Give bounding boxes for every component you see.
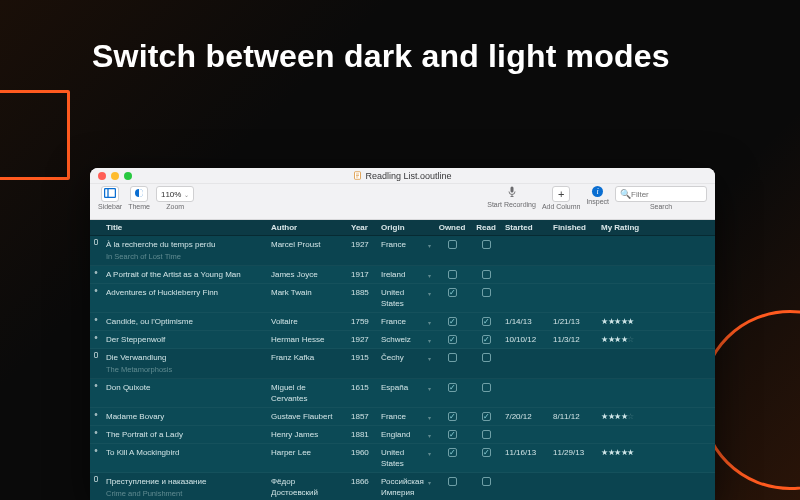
cell-started: 10/10/12 [501, 334, 549, 345]
checkbox[interactable] [482, 430, 491, 439]
table-row[interactable]: •To Kill A MockingbirdHarper Lee1960Unit… [90, 444, 715, 473]
table-row[interactable]: •Don QuixoteMiguel de Cervantes1615Españ… [90, 379, 715, 408]
checkbox[interactable] [482, 240, 491, 249]
col-author[interactable]: Author [267, 223, 347, 232]
checkbox[interactable] [448, 477, 457, 486]
cell-origin[interactable]: United States▾ [377, 287, 433, 309]
cell-origin[interactable]: España▾ [377, 382, 433, 393]
cell-year: 1915 [347, 352, 377, 363]
search-field[interactable]: 🔍 [615, 186, 707, 202]
add-column-button[interactable]: + Add Column [542, 186, 581, 210]
zoom-control[interactable]: 110%⌄ Zoom [156, 186, 194, 210]
col-origin[interactable]: Origin [377, 223, 433, 232]
cell-origin[interactable]: Čechy▾ [377, 352, 433, 363]
cell-read[interactable] [471, 476, 501, 487]
cell-read[interactable] [471, 352, 501, 363]
table-row[interactable]: •A Portrait of the Artist as a Young Man… [90, 266, 715, 284]
col-started[interactable]: Started [501, 223, 549, 232]
checkbox[interactable] [448, 383, 457, 392]
cell-origin[interactable]: United States▾ [377, 447, 433, 469]
cell-rating[interactable]: ★★★★☆ [597, 411, 653, 422]
cell-read[interactable] [471, 334, 501, 345]
checkbox[interactable] [448, 412, 457, 421]
cell-origin[interactable]: Ireland▾ [377, 269, 433, 280]
cell-rating[interactable]: ★★★★★ [597, 316, 653, 327]
cell-owned[interactable] [433, 352, 471, 363]
col-year[interactable]: Year [347, 223, 377, 232]
cell-read[interactable] [471, 239, 501, 250]
checkbox[interactable] [482, 335, 491, 344]
checkbox[interactable] [448, 430, 457, 439]
cell-owned[interactable] [433, 429, 471, 440]
checkbox[interactable] [448, 317, 457, 326]
cell-origin[interactable]: Schweiz▾ [377, 334, 433, 345]
cell-origin[interactable]: Российская Империя▾ [377, 476, 433, 498]
start-recording-button[interactable]: Start Recording [487, 186, 536, 208]
checkbox[interactable] [482, 288, 491, 297]
table-row[interactable]: Die VerwandlungThe MetamorphosisFranz Ka… [90, 349, 715, 379]
cell-origin[interactable]: France▾ [377, 316, 433, 327]
table-row[interactable]: •Adventures of Huckleberry FinnMark Twai… [90, 284, 715, 313]
cell-origin[interactable]: France▾ [377, 411, 433, 422]
table-row[interactable]: Преступление и наказаниеCrime and Punish… [90, 473, 715, 500]
inspect-button[interactable]: i Inspect [586, 186, 609, 205]
cell-owned[interactable] [433, 316, 471, 327]
cell-finished: 11/3/12 [549, 334, 597, 345]
cell-owned[interactable] [433, 476, 471, 487]
cell-read[interactable] [471, 316, 501, 327]
cell-read[interactable] [471, 447, 501, 458]
col-finished[interactable]: Finished [549, 223, 597, 232]
cell-read[interactable] [471, 429, 501, 440]
disclosure-icon[interactable] [90, 476, 102, 482]
checkbox[interactable] [448, 448, 457, 457]
cell-read[interactable] [471, 287, 501, 298]
checkbox[interactable] [448, 335, 457, 344]
checkbox[interactable] [482, 353, 491, 362]
sidebar-toggle[interactable]: Sidebar [98, 186, 122, 210]
col-rating[interactable]: My Rating [597, 223, 653, 232]
checkbox[interactable] [448, 270, 457, 279]
checkbox[interactable] [482, 317, 491, 326]
cell-read[interactable] [471, 411, 501, 422]
checkbox[interactable] [482, 412, 491, 421]
cell-owned[interactable] [433, 411, 471, 422]
cell-owned[interactable] [433, 287, 471, 298]
theme-icon [134, 188, 144, 200]
checkbox[interactable] [482, 383, 491, 392]
chevron-down-icon: ▾ [428, 318, 431, 329]
cell-owned[interactable] [433, 382, 471, 393]
checkbox[interactable] [482, 270, 491, 279]
table-row[interactable]: •Madame BovaryGustave Flaubert1857France… [90, 408, 715, 426]
cell-read[interactable] [471, 269, 501, 280]
decorative-square [0, 90, 70, 180]
cell-owned[interactable] [433, 447, 471, 458]
search-input[interactable] [631, 190, 701, 199]
col-owned[interactable]: Owned [433, 223, 471, 232]
disclosure-icon[interactable] [90, 239, 102, 245]
cell-origin[interactable]: England▾ [377, 429, 433, 440]
cell-rating[interactable]: ★★★★☆ [597, 334, 653, 345]
checkbox[interactable] [482, 477, 491, 486]
theme-toggle[interactable]: Theme [128, 186, 150, 210]
bullet-icon: • [90, 269, 102, 277]
cell-author: Harper Lee [267, 447, 347, 458]
disclosure-icon[interactable] [90, 352, 102, 358]
table-row[interactable]: À la recherche du temps perduIn Search o… [90, 236, 715, 266]
cell-owned[interactable] [433, 334, 471, 345]
col-read[interactable]: Read [471, 223, 501, 232]
cell-owned[interactable] [433, 269, 471, 280]
cell-origin[interactable]: France▾ [377, 239, 433, 250]
cell-rating[interactable]: ★★★★★ [597, 447, 653, 458]
checkbox[interactable] [448, 353, 457, 362]
table-row[interactable]: •The Portrait of a LadyHenry James1881En… [90, 426, 715, 444]
cell-read[interactable] [471, 382, 501, 393]
table-row[interactable]: •Candide, ou l'OptimismeVoltaire1759Fran… [90, 313, 715, 331]
col-title[interactable]: Title [102, 223, 267, 232]
table-row[interactable]: •Der SteppenwolfHerman Hesse1927Schweiz▾… [90, 331, 715, 349]
cell-year: 1960 [347, 447, 377, 458]
cell-owned[interactable] [433, 239, 471, 250]
svg-rect-1 [105, 189, 116, 198]
checkbox[interactable] [448, 240, 457, 249]
checkbox[interactable] [482, 448, 491, 457]
checkbox[interactable] [448, 288, 457, 297]
